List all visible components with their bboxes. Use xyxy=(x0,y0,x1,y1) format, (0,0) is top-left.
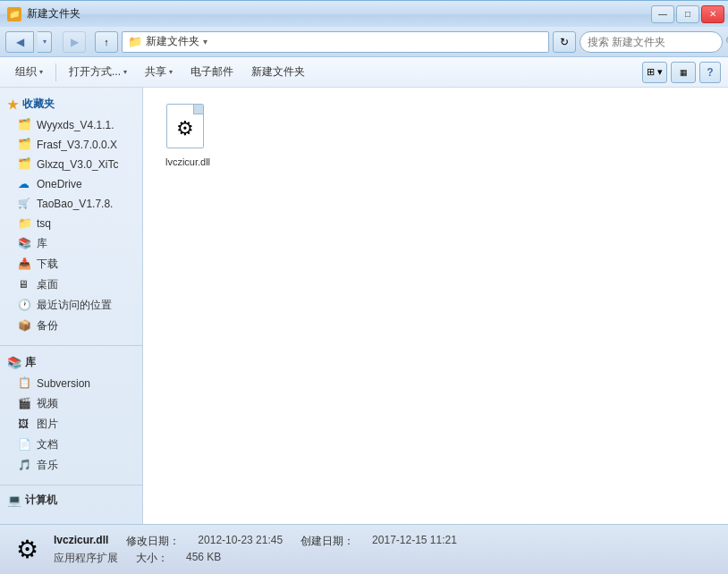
sidebar-item-wyy3[interactable]: Glxzq_V3.0_XiTc xyxy=(0,155,142,174)
toolbar-right: ⊞ ▾ ▦ ? xyxy=(642,62,721,83)
computer-section: 💻 计算机 xyxy=(0,485,142,511)
organize-button[interactable]: 组织 ▾ xyxy=(7,61,51,84)
minimize-button[interactable]: — xyxy=(651,5,674,23)
sidebar-item-tsq-label: tsq xyxy=(37,217,51,230)
statusbar-type: 应用程序扩展 xyxy=(54,551,118,566)
sidebar-item-recent[interactable]: 最近访问的位置 xyxy=(0,295,142,316)
addressbar: ◀ ▾ ▶ ↑ 📁 新建文件夹 ▾ ↻ 🔍 xyxy=(0,27,728,57)
libraries-section: 📚 库 Subversion 视频 图片 文档 音乐 xyxy=(0,345,142,481)
sidebar: ★ 收藏夹 Wyyxds_V4.1.1. Frasf_V3.7.0.0.X Gl… xyxy=(0,88,143,524)
statusbar: ⚙ lvczicur.dll 修改日期： 2012-10-23 21:45 创建… xyxy=(0,524,728,574)
sidebar-item-download-label: 下载 xyxy=(37,257,58,272)
video-icon xyxy=(18,397,32,411)
download-icon xyxy=(18,257,32,272)
sidebar-item-lib-label: 库 xyxy=(37,236,47,251)
statusbar-file-icon: ⚙ xyxy=(9,532,45,568)
libraries-label: 库 xyxy=(25,355,36,370)
dll-page-bg: ⚙ xyxy=(166,104,204,148)
statusbar-gear-icon: ⚙ xyxy=(16,535,38,564)
sidebar-item-onedrive-label: OneDrive xyxy=(37,178,82,190)
sidebar-item-lib[interactable]: 库 xyxy=(0,233,142,254)
sidebar-item-wyy1[interactable]: Wyyxds_V4.1.1. xyxy=(0,115,142,135)
sidebar-item-tsq[interactable]: tsq xyxy=(0,214,142,233)
open-with-button[interactable]: 打开方式... ▾ xyxy=(61,61,135,84)
back-button[interactable]: ◀ xyxy=(5,31,34,53)
sidebar-item-desktop-label: 桌面 xyxy=(37,277,58,292)
sidebar-item-subversion[interactable]: Subversion xyxy=(0,374,142,393)
address-path-box[interactable]: 📁 新建文件夹 ▾ xyxy=(122,31,549,53)
close-button[interactable]: ✕ xyxy=(701,5,724,23)
file-area[interactable]: ⚙ lvczicur.dll xyxy=(143,88,728,524)
statusbar-modified-label: 修改日期： xyxy=(126,534,180,549)
view-button[interactable]: ⊞ ▾ xyxy=(642,62,667,83)
statusbar-created-value: 2017-12-15 11:21 xyxy=(372,534,457,549)
sidebar-item-wyy3-label: Glxzq_V3.0_XiTc xyxy=(37,158,118,171)
sidebar-item-picture-label: 图片 xyxy=(37,417,58,432)
path-folder-icon: 📁 xyxy=(128,35,142,48)
refresh-button[interactable]: ↻ xyxy=(553,31,576,53)
sidebar-item-doc[interactable]: 文档 xyxy=(0,435,142,455)
maximize-button[interactable]: □ xyxy=(676,5,699,23)
share-button[interactable]: 共享 ▾ xyxy=(137,61,181,84)
email-button[interactable]: 电子邮件 xyxy=(182,61,241,84)
sidebar-item-video[interactable]: 视频 xyxy=(0,393,142,414)
new-folder-button[interactable]: 新建文件夹 xyxy=(243,61,313,84)
organize-label: 组织 xyxy=(15,64,37,80)
computer-header[interactable]: 💻 计算机 xyxy=(0,489,142,511)
dll-file-icon: ⚙ xyxy=(166,104,209,152)
back-dropdown-button[interactable]: ▾ xyxy=(38,31,52,53)
share-arrow-icon: ▾ xyxy=(169,68,173,76)
organize-arrow-icon: ▾ xyxy=(39,68,43,76)
tsq-icon xyxy=(18,216,32,231)
sidebar-item-wyy2-label: Frasf_V3.7.0.0.X xyxy=(37,139,117,151)
toolbar-separator-1 xyxy=(55,63,56,81)
sidebar-item-download[interactable]: 下载 xyxy=(0,254,142,274)
sidebar-item-backup-label: 备份 xyxy=(37,318,58,333)
statusbar-filename: lvczicur.dll xyxy=(54,534,108,549)
up-button[interactable]: ↑ xyxy=(95,31,118,53)
titlebar: 📁 新建文件夹 — □ ✕ xyxy=(0,0,728,27)
statusbar-created-label: 创建日期： xyxy=(301,534,354,549)
doc-icon xyxy=(18,438,32,452)
lib-icon xyxy=(18,237,32,251)
sidebar-item-wyy2[interactable]: Frasf_V3.7.0.0.X xyxy=(0,135,142,155)
sidebar-item-desktop[interactable]: 桌面 xyxy=(0,274,142,295)
computer-icon: 💻 xyxy=(7,494,21,507)
favorites-header[interactable]: ★ 收藏夹 xyxy=(0,93,142,115)
detail-view-button[interactable]: ▦ xyxy=(671,62,696,83)
wyy2-icon xyxy=(18,138,32,152)
search-box[interactable]: 🔍 xyxy=(580,31,723,53)
search-input[interactable] xyxy=(588,36,722,48)
favorites-label: 收藏夹 xyxy=(22,97,55,112)
sidebar-item-music-label: 音乐 xyxy=(37,458,58,473)
statusbar-size-value: 456 KB xyxy=(186,551,221,566)
wyy3-icon xyxy=(18,157,32,172)
email-label: 电子邮件 xyxy=(190,64,233,80)
titlebar-folder-icon: 📁 xyxy=(7,7,21,21)
computer-label: 计算机 xyxy=(25,493,57,508)
recent-icon xyxy=(18,299,32,313)
wyy1-icon xyxy=(18,118,32,132)
file-name-label: lvczicur.dll xyxy=(165,156,210,167)
svn-icon xyxy=(18,376,32,391)
libraries-header[interactable]: 📚 库 xyxy=(0,351,142,374)
sidebar-item-onedrive[interactable]: OneDrive xyxy=(0,174,142,194)
main-area: ★ 收藏夹 Wyyxds_V4.1.1. Frasf_V3.7.0.0.X Gl… xyxy=(0,88,728,524)
picture-icon xyxy=(18,418,32,432)
forward-button[interactable]: ▶ xyxy=(63,31,86,53)
star-icon: ★ xyxy=(7,97,19,112)
sidebar-item-music[interactable]: 音乐 xyxy=(0,455,142,476)
help-button[interactable]: ? xyxy=(699,62,721,83)
statusbar-size-label: 大小： xyxy=(136,551,168,566)
statusbar-row-1: lvczicur.dll 修改日期： 2012-10-23 21:45 创建日期… xyxy=(54,534,457,549)
statusbar-row-2: 应用程序扩展 大小： 456 KB xyxy=(54,551,457,566)
lib-folder-icon: 📚 xyxy=(7,356,21,369)
sidebar-item-backup[interactable]: 备份 xyxy=(0,316,142,336)
file-item-dll[interactable]: ⚙ lvczicur.dll xyxy=(152,97,224,173)
statusbar-modified-value: 2012-10-23 21:45 xyxy=(198,534,283,549)
sidebar-item-tb[interactable]: TaoBao_V1.7.8. xyxy=(0,194,142,214)
backup-icon xyxy=(18,319,32,333)
address-path-text: 新建文件夹 xyxy=(146,34,199,49)
sidebar-item-picture[interactable]: 图片 xyxy=(0,414,142,435)
tb-icon xyxy=(18,197,32,211)
